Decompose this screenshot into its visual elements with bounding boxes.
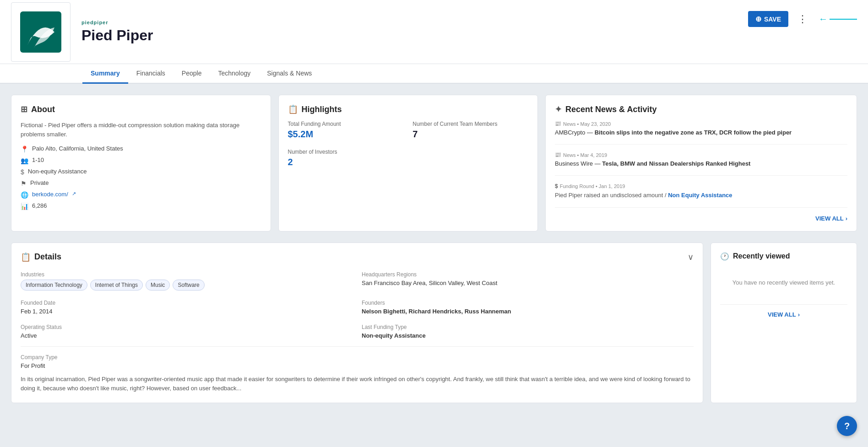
tab-financials[interactable]: Financials [128, 64, 174, 84]
recent-news-card: ✦ Recent News & Activity 📰 News • May 23… [545, 95, 857, 232]
arrow-indicator-icon: ← [819, 14, 828, 24]
tab-summary[interactable]: Summary [82, 64, 128, 84]
about-funding-type: $ Non-equity Assistance [21, 168, 261, 176]
detail-last-funding: Last Funding Type Non-equity Assistance [362, 324, 694, 339]
about-title: ⊞ About [21, 104, 261, 114]
details-card: 📋 Details ∨ Industries Information Techn… [11, 242, 703, 404]
rv-chevron-right-icon: › [798, 311, 800, 318]
detail-operating-status: Operating Status Active [21, 324, 353, 339]
about-location: 📍 Palo Alto, California, United States [21, 145, 261, 153]
about-website[interactable]: 🌐 berkode.com/ ↗ [21, 191, 261, 199]
company-name-heading: Pied Piper [81, 27, 857, 44]
highlight-funding: Total Funding Amount $5.2M [288, 121, 404, 140]
about-status: ⚑ Private [21, 179, 261, 187]
arrow-line [830, 19, 857, 20]
nav-tabs: Summary Financials People Technology Sig… [0, 64, 868, 84]
header-actions: ⊕ SAVE ⋮ ← [748, 11, 857, 27]
funding-round-icon: $ [555, 183, 558, 189]
about-card: ⊞ About Fictional - Pied Piper offers a … [11, 95, 271, 232]
recently-viewed-title: 🕐 Recently viewed [720, 252, 847, 261]
news-meta-2: $ Funding Round • Jan 1, 2019 [555, 183, 847, 189]
funding-value: $5.2M [288, 129, 404, 140]
news-type-icon-0: 📰 [555, 121, 561, 127]
recently-viewed-empty: You have no recently viewed items yet. [720, 270, 847, 295]
last-funding-label: Last Funding Type [362, 324, 694, 330]
tag-iot: Internet of Things [90, 280, 143, 291]
team-label: Number of Current Team Members [412, 121, 528, 127]
view-all-news-button[interactable]: VIEW ALL › [555, 215, 847, 222]
tab-technology[interactable]: Technology [210, 64, 259, 84]
industries-label: Industries [21, 271, 353, 278]
tab-signals[interactable]: Signals & News [259, 64, 320, 84]
hq-label: Headquarters Regions [362, 271, 694, 278]
save-button[interactable]: ⊕ SAVE [748, 11, 788, 27]
bottom-row: 📋 Details ∨ Industries Information Techn… [11, 242, 857, 404]
recent-news-title: ✦ Recent News & Activity [555, 104, 847, 114]
globe-icon: 🌐 [21, 191, 28, 199]
details-divider [21, 346, 694, 347]
industry-tags: Information Technology Internet of Thing… [21, 280, 353, 291]
detail-company-type: Company Type For Profit [21, 354, 694, 369]
tag-info-tech: Information Technology [21, 280, 87, 291]
tab-people[interactable]: People [174, 64, 210, 84]
company-description-full: In its original incarnation, Pied Piper … [21, 375, 694, 394]
news-meta-0: 📰 News • May 23, 2020 [555, 121, 847, 127]
news-text-2: Pied Piper raised an undisclosed amount … [555, 191, 847, 199]
flag-icon: ⚑ [21, 180, 27, 187]
chart-icon: 📊 [21, 203, 28, 210]
highlights-title: 📋 Highlights [288, 104, 529, 114]
about-description: Fictional - Pied Piper offers a middle-o… [21, 121, 261, 139]
clock-icon: 🕐 [720, 252, 729, 261]
about-stat: 📊 6,286 [21, 202, 261, 210]
company-type-label: Company Type [21, 354, 694, 361]
people-icon: 👥 [21, 157, 28, 164]
details-header: 📋 Details ∨ [21, 252, 694, 262]
news-text-1: Business Wire — Tesla, BMW and Nissan De… [555, 160, 847, 168]
operating-status-label: Operating Status [21, 324, 353, 330]
recently-viewed-view-all-button[interactable]: VIEW ALL › [720, 304, 847, 318]
team-value: 7 [412, 129, 528, 140]
founded-value: Feb 1, 2014 [21, 308, 353, 315]
funding-label: Total Funding Amount [288, 121, 404, 127]
company-logo [11, 2, 71, 62]
news-item-0: 📰 News • May 23, 2020 AMBCrypto — Bitcoi… [555, 121, 847, 145]
detail-industries: Industries Information Technology Intern… [21, 271, 353, 291]
save-plus-icon: ⊕ [755, 15, 761, 23]
highlight-grid: Total Funding Amount $5.2M Number of Cur… [288, 121, 529, 167]
founders-label: Founders [362, 300, 694, 306]
details-icon: 📋 [21, 252, 31, 262]
header: piedpiper Pied Piper ⊕ SAVE ⋮ ← [0, 0, 868, 64]
news-meta-1: 📰 News • Mar 4, 2019 [555, 152, 847, 158]
news-item-2: $ Funding Round • Jan 1, 2019 Pied Piper… [555, 183, 847, 207]
recently-viewed-card: 🕐 Recently viewed You have no recently v… [711, 242, 857, 404]
details-collapse-button[interactable]: ∨ [688, 252, 694, 262]
about-employees: 👥 1-10 [21, 156, 261, 164]
founded-label: Founded Date [21, 300, 353, 306]
save-label: SAVE [764, 16, 781, 23]
external-link-icon: ↗ [72, 191, 76, 197]
detail-founded: Founded Date Feb 1, 2014 [21, 300, 353, 315]
dollar-icon: $ [21, 168, 24, 176]
detail-founders: Founders Nelson Bighetti, Richard Hendri… [362, 300, 694, 315]
investors-value: 2 [288, 157, 404, 167]
main-content: ⊞ About Fictional - Pied Piper offers a … [0, 84, 868, 414]
tag-software: Software [173, 280, 204, 291]
highlight-investors: Number of Investors 2 [288, 149, 404, 167]
last-funding-value: Non-equity Assistance [362, 332, 694, 339]
details-grid: Industries Information Technology Intern… [21, 271, 694, 339]
news-icon: ✦ [555, 104, 562, 114]
location-icon: 📍 [21, 145, 28, 153]
highlight-team: Number of Current Team Members 7 [412, 121, 528, 140]
details-title: 📋 Details [21, 252, 61, 262]
more-options-button[interactable]: ⋮ [794, 11, 811, 27]
top-row: ⊞ About Fictional - Pied Piper offers a … [11, 95, 857, 232]
news-text-0: AMBCrypto — Bitcoin slips into the negat… [555, 129, 847, 137]
detail-hq: Headquarters Regions San Francisco Bay A… [362, 271, 694, 291]
about-icon: ⊞ [21, 104, 27, 114]
highlights-icon: 📋 [288, 104, 298, 114]
tag-music: Music [146, 280, 170, 291]
founders-value: Nelson Bighetti, Richard Hendricks, Russ… [362, 308, 694, 315]
news-type-icon-1: 📰 [555, 152, 561, 158]
company-type-value: For Profit [21, 362, 694, 369]
highlights-card: 📋 Highlights Total Funding Amount $5.2M … [278, 95, 538, 232]
